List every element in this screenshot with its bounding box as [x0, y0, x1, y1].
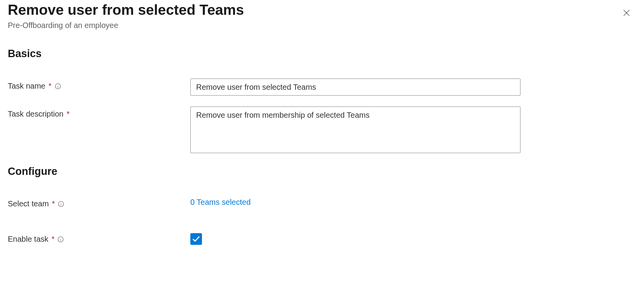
svg-point-10 — [61, 238, 61, 238]
info-icon[interactable] — [57, 235, 64, 243]
select-team-link[interactable]: 0 Teams selected — [190, 196, 251, 207]
task-name-label: Task name — [8, 82, 45, 91]
info-icon[interactable] — [54, 82, 62, 90]
required-star: * — [52, 199, 55, 208]
row-task-name: Task name * — [8, 78, 636, 96]
select-team-label-col: Select team * — [8, 196, 190, 208]
row-select-team: Select team * 0 Teams selected — [8, 196, 636, 208]
task-description-label: Task description — [8, 110, 63, 119]
close-button[interactable] — [621, 8, 632, 19]
close-icon — [622, 9, 631, 19]
required-star: * — [52, 235, 55, 244]
row-task-description: Task description * — [8, 106, 636, 155]
select-team-control: 0 Teams selected — [190, 196, 520, 207]
task-description-label-col: Task description * — [8, 106, 190, 119]
enable-task-label-col: Enable task * — [8, 232, 190, 244]
section-basics-heading: Basics — [8, 48, 636, 60]
enable-task-checkbox[interactable] — [190, 233, 202, 245]
required-star: * — [66, 110, 70, 119]
task-name-input[interactable] — [190, 78, 520, 96]
task-description-input[interactable] — [190, 106, 520, 153]
select-team-label: Select team — [8, 199, 49, 208]
section-configure-heading: Configure — [8, 166, 636, 178]
task-name-label-col: Task name * — [8, 78, 190, 91]
panel-subtitle: Pre-Offboarding of an employee — [8, 21, 636, 30]
panel-title: Remove user from selected Teams — [8, 2, 636, 19]
row-enable-task: Enable task * — [8, 232, 636, 245]
svg-point-4 — [57, 85, 58, 85]
svg-point-7 — [61, 202, 61, 203]
task-panel: Remove user from selected Teams Pre-Offb… — [0, 0, 644, 263]
info-icon[interactable] — [57, 200, 65, 208]
required-star: * — [49, 82, 52, 91]
task-name-control — [190, 78, 520, 96]
enable-task-label: Enable task — [8, 235, 49, 244]
enable-task-control — [190, 232, 520, 245]
task-description-control — [190, 106, 520, 155]
